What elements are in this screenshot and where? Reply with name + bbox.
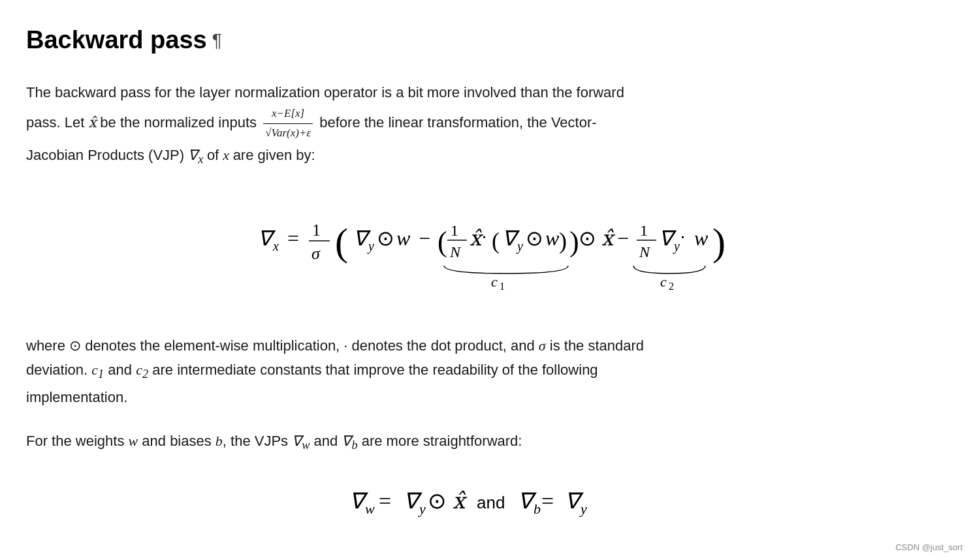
svg-text:1: 1 bbox=[640, 222, 648, 239]
desc-text-2: deviation. c1 and c2 are intermediate co… bbox=[26, 362, 598, 378]
svg-text:w: w bbox=[396, 226, 411, 250]
svg-text:and: and bbox=[477, 493, 505, 512]
svg-text:): ) bbox=[559, 228, 567, 254]
intro-text-5: Jacobian Products (VJP) bbox=[26, 147, 184, 163]
svg-text:x̂: x̂ bbox=[453, 489, 468, 513]
svg-text:): ) bbox=[569, 226, 579, 258]
bottom-equation-svg: ∇ w = ∇ y ⊙ x̂ and ∇ b = ∇ y bbox=[284, 476, 676, 528]
svg-text:y: y bbox=[367, 239, 374, 254]
svg-text:1: 1 bbox=[451, 222, 458, 239]
svg-text:N: N bbox=[639, 243, 651, 260]
intro-text-4: before the linear transformation, the Ve… bbox=[319, 115, 596, 131]
svg-text:·: · bbox=[482, 227, 486, 247]
svg-text:⊙: ⊙ bbox=[428, 489, 446, 513]
equation-svg: ∇ x = 1 σ ( ∇ y ⊙ w − ( 1 N x̂ · bbox=[186, 196, 774, 301]
svg-text:=: = bbox=[541, 489, 554, 513]
svg-text:(: ( bbox=[438, 226, 447, 258]
svg-text:x̂: x̂ bbox=[601, 226, 616, 250]
svg-text:c: c bbox=[660, 273, 667, 290]
svg-text:−: − bbox=[419, 226, 430, 250]
svg-text:c: c bbox=[491, 273, 498, 290]
svg-text:y: y bbox=[516, 239, 523, 254]
svg-text:x: x bbox=[272, 239, 279, 253]
svg-text:w: w bbox=[694, 226, 709, 250]
svg-text:b: b bbox=[534, 501, 541, 517]
svg-text:⊙: ⊙ bbox=[526, 226, 543, 250]
svg-text:w: w bbox=[365, 501, 375, 517]
svg-text:y: y bbox=[673, 239, 680, 254]
intro-paragraph: The backward pass for the layer normaliz… bbox=[26, 80, 934, 170]
svg-text:·: · bbox=[680, 227, 685, 247]
svg-text:⊙: ⊙ bbox=[579, 226, 596, 250]
xhat-var: x̂ bbox=[88, 115, 100, 131]
intro-text-2: pass. Let bbox=[26, 115, 84, 131]
desc-text-3: implementation. bbox=[26, 389, 127, 405]
svg-text:y: y bbox=[579, 501, 587, 517]
svg-text:2: 2 bbox=[669, 281, 674, 292]
svg-text:(: ( bbox=[335, 221, 348, 264]
svg-text:y: y bbox=[418, 501, 426, 517]
intro-text-7: are given by: bbox=[233, 147, 315, 163]
title-text: Backward pass bbox=[26, 26, 207, 54]
svg-text:−: − bbox=[617, 226, 629, 250]
svg-text:N: N bbox=[449, 243, 462, 260]
watermark: CSDN @just_sort bbox=[895, 542, 963, 552]
bottom-equation: ∇ w = ∇ y ⊙ x̂ and ∇ b = ∇ y bbox=[26, 476, 934, 528]
desc-text-1: where ⊙ denotes the element-wise multipl… bbox=[26, 337, 644, 354]
main-equation: ∇ x = 1 σ ( ∇ y ⊙ w − ( 1 N x̂ · bbox=[26, 196, 934, 301]
svg-text:⊙: ⊙ bbox=[377, 226, 394, 250]
svg-text:w: w bbox=[545, 226, 560, 250]
svg-text:1: 1 bbox=[500, 281, 505, 292]
svg-text:(: ( bbox=[492, 228, 500, 254]
svg-text:σ: σ bbox=[311, 244, 321, 263]
intro-text-1: The backward pass for the layer normaliz… bbox=[26, 84, 624, 101]
weights-paragraph: For the weights w and biases b, the VJPs… bbox=[26, 429, 934, 456]
svg-text:1: 1 bbox=[312, 221, 321, 240]
x-variable: x bbox=[223, 147, 232, 163]
paragraph-icon: ¶ bbox=[212, 30, 222, 51]
page-title: Backward pass ¶ bbox=[26, 26, 934, 54]
weights-text-1: For the weights w and biases b, the VJPs… bbox=[26, 433, 522, 449]
svg-text:=: = bbox=[287, 226, 299, 250]
nabla-x: ∇x bbox=[188, 147, 207, 163]
fraction-display: x−E[x] √Var(x)+ε bbox=[263, 104, 313, 143]
description-paragraph: where ⊙ denotes the element-wise multipl… bbox=[26, 334, 934, 409]
intro-text-6: of bbox=[207, 147, 219, 163]
svg-text:=: = bbox=[379, 489, 391, 513]
intro-text-3: be the normalized inputs bbox=[100, 115, 257, 131]
svg-text:): ) bbox=[712, 221, 726, 264]
